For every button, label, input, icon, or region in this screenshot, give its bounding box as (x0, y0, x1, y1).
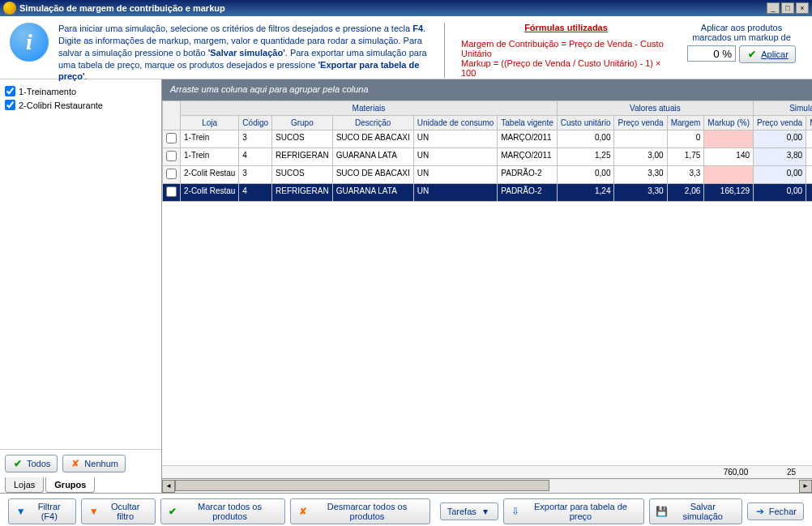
cell-custo[interactable]: 1,25 (557, 148, 614, 166)
cell-tab[interactable]: MARÇO/2011 (498, 148, 558, 166)
tab-grupos[interactable]: Grupos (45, 477, 95, 493)
table-row[interactable]: 1-Trein4REFRIGERANGUARANA LATAUNMARÇO/20… (163, 148, 813, 166)
cell-margem[interactable]: 3,3 (667, 166, 704, 184)
close-button[interactable]: × (796, 2, 809, 14)
col-loja[interactable]: Loja (181, 116, 239, 130)
cell-sp[interactable]: 3,80 (754, 148, 806, 166)
cell-markup[interactable] (704, 166, 754, 184)
col-custo[interactable]: Custo unitário (557, 116, 614, 130)
cell-sm[interactable]: 2,55 (806, 148, 812, 166)
cell-loja[interactable]: 2-Colit Restau (181, 184, 239, 202)
cell-desc[interactable]: SUCO DE ABACAXI (332, 130, 413, 148)
cell-loja[interactable]: 1-Trein (181, 130, 239, 148)
col-tabela[interactable]: Tabela vigente (498, 116, 558, 130)
cell-grupo[interactable]: REFRIGERAN (272, 148, 333, 166)
cell-sp[interactable]: 0,00 (754, 166, 806, 184)
col-unidade[interactable]: Unidade de consumo (413, 116, 498, 130)
cell-margem[interactable]: 1,75 (667, 148, 704, 166)
cell-preco[interactable]: 3,00 (614, 148, 667, 166)
scroll-left-arrow[interactable]: ◄ (162, 480, 175, 493)
cell-preco[interactable]: 3,30 (614, 184, 667, 202)
hide-filter-button[interactable]: ▼Ocultar filtro (81, 498, 156, 524)
cell-tab[interactable]: PADRÃO-2 (498, 184, 558, 202)
cell-tab[interactable]: PADRÃO-2 (498, 166, 558, 184)
cell-custo[interactable]: 1,24 (557, 184, 614, 202)
maximize-button[interactable]: □ (781, 2, 794, 14)
cell-un[interactable]: UN (413, 148, 498, 166)
row-checkbox-cell[interactable] (163, 166, 181, 184)
table-row[interactable]: 2-Colit Restau3SUCOSSUCO DE ABACAXIUNPAD… (163, 166, 813, 184)
col-preco[interactable]: Preço venda (614, 116, 667, 130)
cell-un[interactable]: UN (413, 130, 498, 148)
tasks-button[interactable]: Tarefas ▾ (440, 502, 498, 520)
select-all-button[interactable]: ✔Todos (5, 455, 58, 473)
grid-scroll[interactable]: Materiais Valores atuais Simulação unitá… (162, 100, 812, 465)
col-descricao[interactable]: Descrição (332, 116, 413, 130)
save-button[interactable]: 💾Salvar simulação (649, 498, 742, 524)
cell-codigo[interactable]: 3 (239, 166, 272, 184)
filter-button[interactable]: ▼Filtrar (F4) (8, 498, 76, 524)
export-button[interactable]: ⇩Exportar para tabela de preço (503, 498, 644, 524)
cell-sm[interactable]: 0,00 (806, 166, 812, 184)
cell-grupo[interactable]: REFRIGERAN (272, 184, 333, 202)
row-checkbox[interactable] (166, 133, 177, 143)
row-checkbox[interactable] (166, 169, 177, 179)
close-dialog-button[interactable]: ➔Fechar (747, 502, 804, 520)
uncheck-all-button[interactable]: ✘Desmarcar todos os produtos (290, 498, 430, 524)
cell-preco[interactable] (614, 130, 667, 148)
apply-button[interactable]: ✔Aplicar (739, 45, 796, 63)
tree-item[interactable]: 1-Treinamento (5, 84, 156, 98)
cell-margem[interactable]: 0 (667, 130, 704, 148)
row-checkbox[interactable] (166, 186, 177, 197)
cell-sm[interactable]: 0,00 (806, 130, 812, 148)
cell-markup[interactable]: 166,129 (704, 184, 754, 202)
table-row[interactable]: 1-Trein3SUCOSSUCO DE ABACAXIUNMARÇO/2011… (163, 130, 813, 148)
tree-item[interactable]: 2-Colibri Restaurante (5, 98, 156, 112)
col-sim-margem[interactable]: Margem (806, 116, 812, 130)
cell-codigo[interactable]: 3 (239, 130, 272, 148)
cell-desc[interactable]: SUCO DE ABACAXI (332, 166, 413, 184)
col-check[interactable] (163, 101, 181, 130)
cell-un[interactable]: UN (413, 166, 498, 184)
col-grupo[interactable]: Grupo (272, 116, 333, 130)
row-checkbox-cell[interactable] (163, 130, 181, 148)
cell-preco[interactable]: 3,30 (614, 166, 667, 184)
tree-checkbox[interactable] (5, 100, 15, 110)
col-sim-preco[interactable]: Preço venda (754, 116, 806, 130)
select-none-button[interactable]: ✘Nenhum (62, 455, 126, 473)
cell-un[interactable]: UN (413, 184, 498, 202)
cell-custo[interactable]: 0,00 (557, 130, 614, 148)
cell-grupo[interactable]: SUCOS (272, 130, 333, 148)
cell-margem[interactable]: 2,06 (667, 184, 704, 202)
tab-lojas[interactable]: Lojas (5, 477, 44, 493)
cell-loja[interactable]: 2-Colit Restau (181, 166, 239, 184)
row-checkbox-cell[interactable] (163, 148, 181, 166)
cell-codigo[interactable]: 4 (239, 148, 272, 166)
cell-markup[interactable]: 140 (704, 148, 754, 166)
check-all-button[interactable]: ✔Marcar todos os produtos (160, 498, 285, 524)
row-checkbox-cell[interactable] (163, 184, 181, 202)
cell-sm[interactable]: 0,00 (806, 184, 812, 202)
table-row[interactable]: 2-Colit Restau4REFRIGERANGUARANA LATAUNP… (163, 184, 813, 202)
row-checkbox[interactable] (166, 151, 177, 161)
cell-grupo[interactable]: SUCOS (272, 166, 333, 184)
cell-desc[interactable]: GUARANA LATA (332, 148, 413, 166)
cell-sp[interactable]: 0,00 (754, 184, 806, 202)
cell-markup[interactable] (704, 130, 754, 148)
scroll-right-arrow[interactable]: ► (799, 480, 812, 493)
scroll-track[interactable] (175, 480, 799, 493)
horizontal-scrollbar[interactable]: ◄ ► (162, 478, 812, 493)
cell-sp[interactable]: 0,00 (754, 130, 806, 148)
cell-desc[interactable]: GUARANA LATA (332, 184, 413, 202)
scroll-thumb[interactable] (175, 480, 549, 491)
cell-custo[interactable]: 0,00 (557, 166, 614, 184)
col-margem[interactable]: Margem (667, 116, 704, 130)
markup-percent-input[interactable] (687, 45, 736, 62)
minimize-button[interactable]: _ (767, 2, 780, 14)
cell-codigo[interactable]: 4 (239, 184, 272, 202)
col-codigo[interactable]: Código (239, 116, 272, 130)
col-markup[interactable]: Markup (%) (704, 116, 754, 130)
group-by-bar[interactable]: Arraste uma coluna aqui para agrupar pel… (162, 79, 812, 100)
cell-tab[interactable]: MARÇO/2011 (498, 130, 558, 148)
tree-checkbox[interactable] (5, 86, 15, 96)
